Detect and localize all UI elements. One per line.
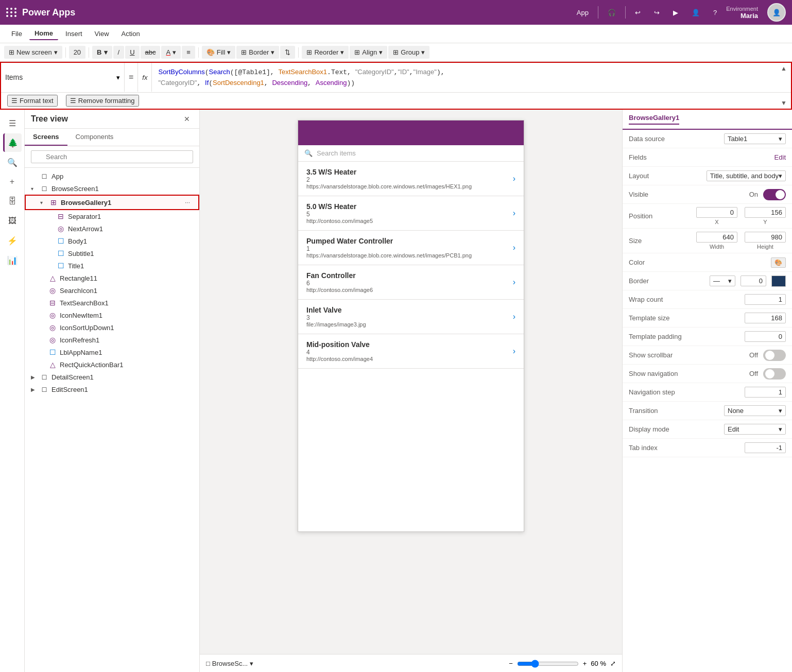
canvas-list-item[interactable]: Fan Controller 6 http://contoso.com/imag… [298, 265, 524, 300]
zoom-minus-icon[interactable]: − [509, 660, 513, 667]
tree-item-browse-gallery[interactable]: ▾ ⊞ BrowseGallery1 ··· [25, 195, 199, 210]
fill-button[interactable]: 🎨 Fill ▾ [202, 46, 236, 59]
tab-screens[interactable]: Screens [25, 129, 67, 146]
right-panel-tab[interactable]: BrowseGallery1 [629, 114, 679, 125]
canvas-list-item[interactable]: 5.0 W/S Heater 5 http://contoso.com/imag… [298, 196, 524, 231]
left-icon-media[interactable]: 🖼 [3, 212, 22, 230]
feedback-button[interactable]: 🎧 [604, 7, 620, 19]
zoom-level[interactable]: 20 [69, 46, 85, 59]
layout-dropdown[interactable]: Title, subtitle, and body ▾ [707, 170, 786, 181]
color-picker-btn[interactable]: 🎨 [771, 257, 786, 268]
canvas-list-item[interactable]: 3.5 W/S Heater 2 https://vanarsdelstorag… [298, 162, 524, 196]
swap-button[interactable]: ⇅ [280, 46, 295, 59]
zoom-slider[interactable] [517, 660, 579, 668]
formula-content[interactable]: SortByColumns(Search([@Table1], TextSear… [152, 63, 783, 92]
formula-fx-btn[interactable]: fx [138, 63, 152, 92]
menu-file[interactable]: File [6, 28, 27, 40]
datasource-dropdown[interactable]: Table1 ▾ [724, 133, 786, 144]
underline-button[interactable]: U [125, 46, 139, 59]
waffle-icon[interactable] [6, 8, 17, 17]
border-style-dropdown[interactable]: — ▾ [710, 275, 735, 286]
group-button[interactable]: ⊞ Group ▾ [388, 46, 429, 59]
left-icon-connectors[interactable]: ⚡ [3, 231, 22, 250]
canvas-list-item[interactable]: Mid-position Valve 4 http://contoso.com/… [298, 334, 524, 369]
undo-button[interactable]: ↩ [631, 7, 645, 19]
fields-edit-link[interactable]: Edit [774, 153, 786, 161]
left-icon-search[interactable]: 🔍 [3, 153, 22, 171]
left-icon-add[interactable]: + [3, 173, 22, 191]
tree-item-searchicon1[interactable]: ◎ SearchIcon1 [25, 284, 199, 297]
left-icon-tree[interactable]: 🌲 [3, 133, 22, 152]
remove-formatting-button[interactable]: ☰ Remove formatting [66, 95, 139, 107]
tab-index-input[interactable] [745, 442, 786, 453]
tab-components[interactable]: Components [67, 129, 122, 146]
navigation-toggle[interactable] [763, 368, 786, 380]
tree-item-detailscreen1[interactable]: ▶ □ DetailScreen1 [25, 371, 199, 383]
tree-close-button[interactable]: ✕ [181, 114, 193, 124]
border-width-input[interactable] [741, 275, 766, 286]
visible-toggle[interactable] [763, 189, 786, 200]
tree-item-iconnewitem1[interactable]: ◎ IconNewItem1 [25, 309, 199, 321]
align-button[interactable]: ≡ [182, 46, 195, 59]
bold-button[interactable]: B▾ [92, 46, 112, 59]
app-button[interactable]: App [573, 7, 593, 19]
tree-item-rectangle11[interactable]: △ Rectangle11 [25, 272, 199, 284]
left-icon-variables[interactable]: 📊 [3, 251, 22, 269]
menu-home[interactable]: Home [29, 27, 58, 40]
format-text-button[interactable]: ☰ Format text [7, 95, 58, 107]
tree-item-iconsortupdown1[interactable]: ◎ IconSortUpDown1 [25, 321, 199, 334]
template-padding-input[interactable] [745, 331, 786, 342]
formula-collapse-up[interactable]: ▲ [781, 65, 787, 72]
tree-item-rectquickaction1[interactable]: △ RectQuickActionBar1 [25, 358, 199, 371]
tree-item-title1[interactable]: ☐ Title1 [25, 260, 199, 272]
tree-item-nextarrow1[interactable]: ◎ NextArrow1 [25, 222, 199, 235]
position-y-input[interactable] [745, 207, 786, 218]
tree-item-iconrefresh1[interactable]: ◎ IconRefresh1 [25, 334, 199, 346]
canvas-list-item[interactable]: Inlet Valve 3 file://images/image3.jpg › [298, 300, 524, 334]
tree-search-input[interactable] [31, 150, 193, 163]
strikethrough-button[interactable]: abc [141, 46, 161, 59]
menu-insert[interactable]: Insert [60, 28, 88, 40]
canvas-list-item[interactable]: Pumped Water Controller 1 https://vanars… [298, 231, 524, 265]
user-icon-btn[interactable]: 👤 [687, 7, 704, 19]
border-color-swatch[interactable] [771, 275, 786, 287]
position-x-input[interactable] [696, 207, 737, 218]
expand-icon[interactable]: ⤢ [610, 660, 616, 667]
menu-action[interactable]: Action [116, 28, 145, 40]
scrollbar-toggle[interactable] [763, 350, 786, 361]
play-button[interactable]: ▶ [669, 7, 682, 19]
avatar[interactable]: 👤 [767, 3, 786, 22]
nav-step-input[interactable] [745, 387, 786, 398]
zoom-plus-icon[interactable]: + [583, 660, 587, 667]
size-width-input[interactable] [696, 232, 737, 243]
reorder-button[interactable]: ⊞ Reorder ▾ [302, 46, 349, 59]
left-icon-data[interactable]: 🗄 [3, 192, 22, 211]
formula-name-box[interactable]: Items ▾ [1, 63, 125, 92]
font-color-button[interactable]: A ▾ [161, 46, 181, 59]
border-button[interactable]: ⊞ Border ▾ [236, 46, 279, 59]
wrap-count-input[interactable] [745, 294, 786, 305]
tree-item-editscreen1[interactable]: ▶ □ EditScreen1 [25, 383, 199, 395]
new-screen-button[interactable]: ⊞ New screen ▾ [4, 46, 62, 59]
status-screen[interactable]: □ BrowseSc... ▾ [206, 660, 253, 667]
redo-button[interactable]: ↪ [650, 7, 664, 19]
formula-collapse-down[interactable]: ▼ [781, 99, 787, 107]
size-height-input[interactable] [745, 232, 786, 243]
menu-view[interactable]: View [90, 28, 114, 40]
tree-item-textsearchbox1[interactable]: ⊟ TextSearchBox1 [25, 297, 199, 309]
transition-dropdown[interactable]: None ▾ [724, 405, 786, 416]
template-size-input[interactable] [745, 313, 786, 323]
tree-item-browse-screen[interactable]: ▾ □ BrowseScreen1 [25, 182, 199, 195]
help-button[interactable]: ? [709, 7, 721, 19]
canvas-search-bar[interactable]: 🔍 Search items [298, 145, 524, 162]
tree-item-body1[interactable]: ☐ Body1 [25, 235, 199, 247]
tree-item-lblappname1[interactable]: ☐ LblAppName1 [25, 346, 199, 358]
gallery-more-button[interactable]: ··· [183, 198, 192, 207]
tree-item-app[interactable]: □ App [25, 170, 199, 182]
align-btn[interactable]: ⊞ Align ▾ [350, 46, 387, 59]
left-icon-menu[interactable]: ☰ [3, 114, 22, 132]
tree-item-subtitle1[interactable]: ☐ Subtitle1 [25, 247, 199, 260]
italic-button[interactable]: / [113, 46, 125, 59]
tree-item-separator1[interactable]: ⊟ Separator1 [25, 210, 199, 222]
display-mode-dropdown[interactable]: Edit ▾ [724, 424, 786, 435]
